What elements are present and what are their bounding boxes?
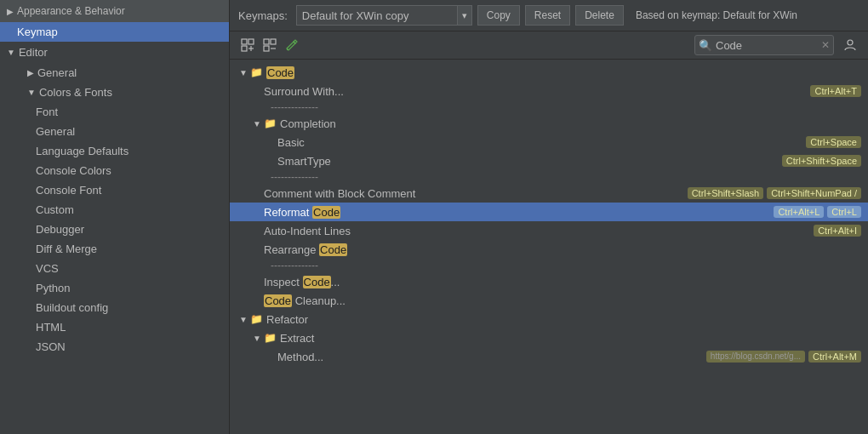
shortcut-badge: Ctrl+Alt+M [808, 351, 861, 363]
shortcut-area: https://blog.csdn.net/g... Ctrl+Alt+M [706, 351, 868, 363]
sidebar: ▶ Appearance & Behavior Keymap ▼ Editor … [0, 0, 230, 434]
colors-fonts-label: Colors & Fonts [39, 86, 112, 99]
sidebar-item-colors-fonts[interactable]: ▼ Colors & Fonts [0, 83, 229, 102]
tree-row[interactable]: Surround With... Ctrl+Alt+T [230, 82, 868, 100]
search-clear-icon[interactable]: ✕ [821, 39, 830, 51]
sidebar-item-html[interactable]: HTML [0, 317, 229, 337]
sidebar-item-buildout[interactable]: Buildout config [0, 298, 229, 317]
sidebar-item-editor[interactable]: ▼ Editor [0, 42, 229, 63]
sidebar-item-python[interactable]: Python [0, 278, 229, 298]
shortcut-area: Ctrl+Shift+Slash Ctrl+Shift+NumPad / [688, 187, 868, 199]
svg-rect-2 [242, 46, 247, 51]
sidebar-item-console-font[interactable]: Console Font [0, 180, 229, 200]
tree-item-label: Inspect Code... [264, 276, 868, 288]
tree-area: ▼ 📁 Code Surround With... Ctrl+Alt+T ---… [230, 60, 868, 434]
tree-expand-icon[interactable]: ▼ [237, 315, 250, 324]
shortcut-area: Ctrl+Alt+I [814, 225, 868, 237]
shortcut-badge: Ctrl+Shift+Space [782, 155, 861, 167]
keymap-dropdown-button[interactable]: ▾ [458, 5, 472, 26]
search-wrapper: 🔍 ✕ [694, 35, 834, 55]
tree-row[interactable]: Comment with Block Comment Ctrl+Shift+Sl… [230, 184, 868, 203]
keymaps-label: Keymaps: [238, 9, 288, 22]
tree-row[interactable]: ▼ 📁 Refactor [230, 310, 868, 328]
general-arrow-icon: ▶ [27, 68, 34, 77]
search-input[interactable] [716, 39, 818, 52]
tree-row[interactable]: Inspect Code... [230, 272, 868, 291]
separator-row: -------------- [230, 100, 868, 114]
folder-icon: 📁 [250, 66, 263, 78]
keymap-select-wrapper: ▾ [296, 5, 472, 26]
tree-item-label: Extract [280, 332, 868, 345]
custom-label: Custom [36, 203, 74, 216]
shortcut-area: Ctrl+Space [806, 136, 868, 148]
tree-row[interactable]: ▼ 📁 Extract [230, 328, 868, 347]
editor-arrow-icon: ▼ [7, 48, 15, 57]
json-label: JSON [36, 340, 66, 353]
tree-row[interactable]: Code Cleanup... [230, 291, 868, 310]
search-icon: 🔍 [699, 39, 712, 52]
tree-row[interactable]: Rearrange Code [230, 240, 868, 259]
shortcut-area: Ctrl+Alt+T [810, 85, 868, 97]
sidebar-item-font[interactable]: Font [0, 102, 229, 122]
tree-item-label: Refactor [266, 313, 868, 326]
sidebar-item-custom[interactable]: Custom [0, 200, 229, 220]
sidebar-item-vcs[interactable]: VCS [0, 259, 229, 278]
svg-rect-0 [242, 39, 247, 44]
shortcut-badge: Ctrl+Alt+L [774, 206, 824, 218]
reset-button[interactable]: Reset [525, 5, 570, 26]
svg-rect-5 [264, 39, 269, 44]
folder-icon: 📁 [250, 313, 263, 325]
action-toolbar: 🔍 ✕ [230, 31, 868, 60]
tree-row[interactable]: Reformat Code Ctrl+Alt+L Ctrl+L [230, 203, 868, 221]
tree-expand-icon[interactable]: ▼ [250, 119, 264, 128]
console-font-label: Console Font [36, 184, 101, 197]
tree-row[interactable]: Auto-Indent Lines Ctrl+Alt+I [230, 221, 868, 240]
svg-point-9 [848, 40, 853, 45]
tree-row[interactable]: ▼ 📁 Completion [230, 114, 868, 133]
tree-item-label: Reformat Code [264, 206, 774, 219]
sidebar-item-json[interactable]: JSON [0, 337, 229, 357]
keymap-input[interactable] [296, 5, 458, 26]
tree-expand-icon[interactable]: ▼ [237, 68, 250, 77]
sidebar-item-keymap[interactable]: Keymap [0, 22, 229, 42]
tree-item-label: Auto-Indent Lines [264, 225, 814, 237]
colors-arrow-icon: ▼ [27, 88, 36, 97]
expand-all-icon[interactable] [238, 36, 257, 54]
sidebar-item-general-cf[interactable]: General [0, 122, 229, 141]
edit-icon[interactable] [283, 36, 301, 54]
tree-row[interactable]: SmartType Ctrl+Shift+Space [230, 151, 868, 170]
keymap-label: Keymap [17, 26, 58, 38]
collapse-all-icon[interactable] [260, 36, 279, 54]
general-label: General [37, 66, 77, 79]
shortcut-badge: https://blog.csdn.net/g... [706, 351, 805, 363]
sidebar-item-general[interactable]: ▶ General [0, 63, 229, 83]
sidebar-item-console-colors[interactable]: Console Colors [0, 161, 229, 180]
sidebar-item-debugger[interactable]: Debugger [0, 220, 229, 239]
language-defaults-label: Language Defaults [36, 145, 128, 157]
sidebar-item-diff-merge[interactable]: Diff & Merge [0, 239, 229, 259]
toolbar: Keymaps: ▾ Copy Reset Delete Based on ke… [230, 0, 868, 31]
console-colors-label: Console Colors [36, 164, 111, 177]
svg-rect-7 [264, 46, 269, 51]
general-cf-label: General [36, 125, 75, 138]
font-label: Font [36, 106, 58, 118]
tree-row[interactable]: Basic Ctrl+Space [230, 133, 868, 151]
separator-row: -------------- [230, 170, 868, 184]
tree-row[interactable]: ▼ 📁 Code [230, 63, 868, 82]
copy-button[interactable]: Copy [477, 5, 520, 26]
debugger-label: Debugger [36, 223, 84, 236]
folder-icon: 📁 [264, 117, 277, 129]
shortcut-badge: Ctrl+Space [806, 136, 861, 148]
tree-expand-icon[interactable]: ▼ [250, 334, 264, 343]
shortcut-badge: Ctrl+Alt+I [814, 225, 861, 237]
user-filter-icon[interactable] [841, 36, 859, 54]
tree-row[interactable]: Method... https://blog.csdn.net/g... Ctr… [230, 347, 868, 366]
tree-item-label: Surround With... [264, 85, 810, 98]
delete-button[interactable]: Delete [575, 5, 624, 26]
tree-item-label: Method... [277, 351, 706, 363]
sidebar-item-appearance[interactable]: ▶ Appearance & Behavior [0, 0, 229, 22]
buildout-label: Buildout config [36, 301, 108, 314]
svg-rect-1 [248, 39, 254, 44]
sidebar-item-language-defaults[interactable]: Language Defaults [0, 141, 229, 161]
shortcut-area: Ctrl+Alt+L Ctrl+L [774, 206, 868, 218]
